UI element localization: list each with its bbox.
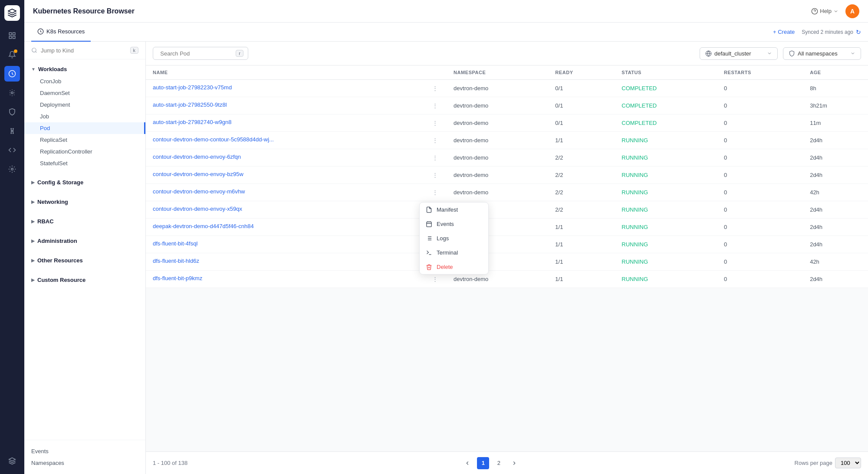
row-menu-btn[interactable]: ⋮ [431, 84, 440, 92]
row-menu-btn[interactable]: ⋮ [431, 101, 440, 110]
cell-namespace: devtron-demo [447, 80, 548, 97]
create-button[interactable]: + Create [773, 29, 795, 35]
nav-group-custom-resource[interactable]: ▶ Custom Resource [24, 274, 145, 286]
search-shortcut: r [236, 50, 243, 57]
top-header: Kubernetes Resource Browser Help A [24, 0, 868, 23]
resource-link[interactable]: dfs-fluent-bit-4fsql [153, 240, 197, 247]
cell-age: 3h21m [803, 97, 868, 114]
nav-icon-security[interactable] [4, 104, 20, 120]
context-menu-logs[interactable]: Logs [420, 231, 488, 245]
row-menu-btn[interactable]: ⋮ [431, 119, 440, 127]
cell-age: 42h [803, 184, 868, 201]
custom-resource-label: Custom Resource [37, 277, 85, 283]
resource-link[interactable]: contour-devtron-demo-contour-5c9588d4dd-… [153, 136, 274, 143]
row-menu-btn[interactable]: ⋮ [431, 136, 440, 144]
search-kind-container: k [24, 42, 145, 59]
help-label: Help [820, 8, 832, 14]
row-menu-btn[interactable]: ⋮ [431, 154, 440, 162]
main-area: Kubernetes Resource Browser Help A K8s R… [24, 0, 868, 474]
cell-ready: 1/1 [548, 253, 615, 271]
chevron-networking: ▶ [31, 199, 35, 204]
nav-item-deployment[interactable]: Deployment [24, 99, 145, 111]
cell-status: RUNNING [615, 149, 717, 167]
cell-age: 2d4h [803, 201, 868, 219]
tab-k8s-resources[interactable]: K8s Resources [31, 23, 91, 42]
refresh-icon[interactable]: ↻ [856, 29, 861, 36]
row-menu-btn[interactable]: ⋮ [431, 188, 440, 196]
nav-item-replicationcontroller[interactable]: ReplicationController [24, 146, 145, 157]
user-avatar[interactable]: A [845, 4, 859, 18]
resource-link[interactable]: auto-start-job-27982740-w9gn8 [153, 119, 231, 125]
nav-item-replicaset[interactable]: ReplicaSet [24, 134, 145, 146]
row-menu-btn[interactable]: ⋮ [431, 171, 440, 179]
nav-item-job[interactable]: Job [24, 111, 145, 122]
pagination-prev[interactable] [461, 457, 473, 469]
sync-label: Synced 2 minutes ago [802, 29, 853, 35]
cell-status: RUNNING [615, 253, 717, 271]
resource-link[interactable]: auto-start-job-27982550-9tz8l [153, 101, 227, 108]
search-pod-input[interactable] [160, 50, 233, 57]
nav-item-cronjob[interactable]: CronJob [24, 75, 145, 87]
resource-link[interactable]: dfs-fluent-bit-p9kmz [153, 275, 202, 281]
nav-item-pod[interactable]: Pod [24, 122, 145, 134]
nav-icon-settings[interactable] [4, 85, 20, 101]
help-button[interactable]: Help [811, 8, 838, 15]
nav-item-statefulset[interactable]: StatefulSet [24, 157, 145, 169]
cell-status: RUNNING [615, 201, 717, 219]
events-label: Events [437, 221, 454, 227]
nav-item-events[interactable]: Events [31, 445, 138, 457]
nav-item-namespaces[interactable]: Namespaces [31, 457, 138, 469]
resource-link[interactable]: auto-start-job-27982230-v75md [153, 84, 232, 91]
cell-restarts: 0 [717, 132, 803, 149]
nav-icon-stack[interactable] [4, 453, 20, 469]
nav-icon-k8s[interactable] [4, 66, 20, 82]
context-menu-manifest[interactable]: Manifest [420, 203, 488, 217]
sync-info: Synced 2 minutes ago ↻ [802, 29, 861, 36]
nav-group-networking[interactable]: ▶ Networking [24, 196, 145, 208]
nav-icon-integrations[interactable] [4, 123, 20, 139]
resource-link[interactable]: contour-devtron-demo-envoy-6zfqn [153, 154, 241, 160]
rows-per-page-label: Rows per page [795, 460, 832, 466]
cell-status: RUNNING [615, 271, 717, 288]
nav-icon-code[interactable] [4, 142, 20, 158]
context-menu-terminal[interactable]: Terminal [420, 245, 488, 260]
svg-point-7 [13, 128, 14, 129]
row-menu-btn[interactable]: ⋮ [431, 275, 440, 283]
pagination-next[interactable] [508, 457, 520, 469]
resource-link[interactable]: deepak-devtron-demo-d447d5f46-cnh84 [153, 223, 254, 229]
pagination-page-2[interactable]: 2 [493, 457, 505, 469]
nav-group-other-resources[interactable]: ▶ Other Resources [24, 254, 145, 267]
table-row: dfs-fluent-bit-p9kmz ⋮ devtron-demo 1/1 … [146, 271, 868, 288]
content-area: k ▼ Workloads CronJob DaemonSet Deployme… [24, 42, 868, 474]
rows-per-page-select[interactable]: 100 50 25 [835, 458, 861, 468]
nav-icon-notification[interactable] [4, 47, 20, 62]
svg-point-15 [32, 48, 36, 52]
cluster-select[interactable]: default_cluster [700, 47, 778, 60]
nav-group-rbac[interactable]: ▶ RBAC [24, 215, 145, 228]
pagination-page-1[interactable]: 1 [477, 457, 489, 469]
nav-item-daemonset[interactable]: DaemonSet [24, 87, 145, 99]
col-status: STATUS [615, 65, 717, 80]
app-title: Kubernetes Resource Browser [33, 7, 804, 15]
nav-group-config-storage[interactable]: ▶ Config & Storage [24, 176, 145, 189]
nav-group-administration[interactable]: ▶ Administration [24, 235, 145, 247]
nav-group-workloads[interactable]: ▼ Workloads [24, 63, 145, 75]
nav-icon-global-config[interactable] [4, 161, 20, 177]
search-kind-input[interactable] [41, 47, 127, 54]
other-resources-label: Other Resources [37, 257, 83, 264]
nav-icon-grid[interactable] [4, 28, 20, 43]
cell-status: COMPLETED [615, 80, 717, 97]
svg-rect-20 [427, 222, 431, 227]
resource-link[interactable]: dfs-fluent-bit-hld6z [153, 258, 199, 264]
resource-link[interactable]: contour-devtron-demo-envoy-m6vhw [153, 188, 245, 195]
app-logo [4, 5, 20, 21]
resource-link[interactable]: contour-devtron-demo-envoy-x59qx [153, 206, 242, 212]
context-menu-delete[interactable]: Delete [420, 260, 488, 274]
namespace-select[interactable]: All namespaces [783, 47, 861, 60]
table-row: contour-devtron-demo-contour-5c9588d4dd-… [146, 132, 868, 149]
context-menu-events[interactable]: Events [420, 217, 488, 231]
cell-restarts: 0 [717, 167, 803, 184]
cell-status: COMPLETED [615, 114, 717, 132]
resource-link[interactable]: contour-devtron-demo-envoy-bz95w [153, 171, 243, 177]
nav-section-other-resources: ▶ Other Resources [24, 251, 145, 270]
